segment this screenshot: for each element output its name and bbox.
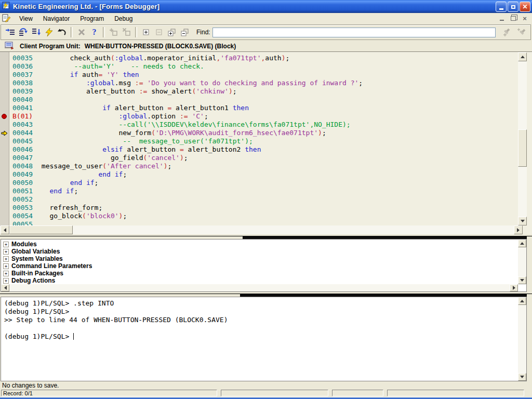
tree-item-modules[interactable]: +Modules [3,241,516,248]
line-gutter[interactable] [0,154,9,162]
code-line[interactable]: 00040 [0,96,517,104]
step-out-button[interactable] [30,26,43,38]
add-breakpoint-button[interactable] [107,26,120,38]
line-gutter[interactable] [0,204,9,212]
find-input[interactable] [212,28,496,37]
line-gutter[interactable] [0,96,9,104]
collapse-all-button[interactable] [178,26,191,38]
scroll-down-arrow[interactable] [518,373,526,381]
code-line[interactable]: 00036 --auth='Y' -- needs to check. [0,62,517,71]
source-code-pane[interactable]: 00035 check_auth(:global.moperator_initi… [0,51,532,235]
scrollbar-thumb[interactable] [9,225,73,234]
line-gutter[interactable] [0,137,9,145]
line-gutter[interactable] [0,54,9,62]
line-gutter[interactable] [0,179,9,187]
expand-button[interactable] [139,26,152,38]
minimize-button[interactable] [496,2,507,12]
menu-navigator[interactable]: Navigator [38,14,75,24]
source-horizontal-scrollbar[interactable] [1,225,523,234]
help-button[interactable]: ? [88,26,101,38]
scroll-right-arrow[interactable] [510,284,518,291]
reset-button[interactable] [56,26,69,38]
line-gutter[interactable] [0,187,9,195]
go-button[interactable] [43,26,56,38]
code-line[interactable]: 00035 check_auth(:global.moperator_initi… [0,54,517,62]
find-next-icon[interactable] [500,26,513,38]
code-line[interactable]: 00052 [0,195,517,204]
tree-item-global-variables[interactable]: +Global Variables [3,248,516,255]
line-gutter[interactable] [0,104,9,112]
remove-breakpoint-button[interactable] [120,26,133,38]
tree-item-command-line-parameters[interactable]: +Command Line Parameters [3,262,516,270]
collapse-button[interactable] [152,26,165,38]
code-line[interactable]: 00039 alert_button := show_alert('chkinw… [0,87,517,96]
tree-item-label[interactable]: Command Line Parameters [11,262,92,270]
debug-console-pane[interactable]: (debug 1)PL/SQL> .step INTO(debug 1)PL/S… [1,297,527,381]
line-gutter[interactable] [0,129,9,137]
mdi-close-button[interactable]: × [521,15,529,22]
console-vertical-scrollbar[interactable] [518,297,526,381]
code-line[interactable]: 00045 -- message_to_user('fa071tpt'); [0,137,517,145]
scroll-left-arrow[interactable] [1,284,9,291]
code-line[interactable]: B(01) :global.option := 'C'; [0,112,517,121]
line-gutter[interactable] [0,62,9,71]
line-gutter[interactable] [0,71,9,79]
expand-plus-icon[interactable]: + [3,242,9,247]
tree-vertical-scrollbar[interactable] [518,240,526,284]
document-pencil-icon[interactable] [2,14,11,24]
splitter-handle[interactable] [0,292,532,297]
line-gutter[interactable] [0,87,9,96]
tree-item-system-variables[interactable]: +System Variables [3,255,516,262]
source-vertical-scrollbar[interactable] [518,52,527,225]
mdi-restore-button[interactable] [509,15,517,22]
navigator-tree-pane[interactable]: +Modules+Global Variables+System Variabl… [1,239,527,292]
scroll-up-arrow[interactable] [518,240,526,247]
code-line[interactable]: 00048 message_to_user('After cancel'); [0,162,517,170]
splitter-handle[interactable] [0,234,532,239]
scroll-left-arrow[interactable] [1,225,9,234]
tree-item-label[interactable]: Built-in Packages [11,270,63,277]
code-line[interactable]: 00051 end if; [0,187,517,195]
scroll-down-arrow[interactable] [518,276,526,284]
code-line[interactable]: 00038 :global.msg := 'Do you want to do … [0,79,517,87]
scrollbar-thumb[interactable] [518,129,527,167]
tree-item-label[interactable]: Debug Actions [11,277,55,284]
close-button[interactable]: ✕ [520,2,530,12]
mdi-minimize-button[interactable] [498,15,506,22]
menu-view[interactable]: View [14,14,38,24]
line-gutter[interactable] [0,121,9,129]
menu-debug[interactable]: Debug [109,14,138,24]
tree-item-label[interactable]: System Variables [11,255,63,262]
code-line[interactable]: 00050 end if; [0,179,517,187]
scroll-up-arrow[interactable] [518,52,527,61]
menu-program[interactable]: Program [75,14,109,24]
line-gutter[interactable] [0,170,9,179]
expand-plus-icon[interactable]: + [3,278,9,284]
expand-plus-icon[interactable]: + [3,249,9,255]
code-line[interactable]: 00046 elsif alert_button = alert_button2… [0,145,517,154]
code-line[interactable]: 00049 end if; [0,170,517,179]
line-gutter[interactable] [0,145,9,154]
code-line[interactable]: 00054 go_block('block0'); [0,212,517,220]
tree-item-built-in-packages[interactable]: +Built-in Packages [3,270,516,277]
expand-all-button[interactable] [165,26,178,38]
code-line[interactable]: 00044 new_form('D:\PMG\WORK\audit_form6_… [0,129,517,137]
scroll-down-arrow[interactable] [518,217,527,225]
code-line[interactable]: 00053 refresh_form; [0,204,517,212]
delete-button[interactable] [75,26,88,38]
tree-horizontal-scrollbar[interactable] [1,284,518,291]
find-all-icon[interactable] [515,26,528,38]
restore-button[interactable] [508,2,518,12]
tree-item-debug-actions[interactable]: +Debug Actions [3,277,516,284]
line-gutter[interactable] [0,79,9,87]
expand-plus-icon[interactable]: + [3,263,9,269]
code-line[interactable]: 00043 --call('\\ISDDEV\keldev\finance\fo… [0,121,517,129]
scroll-up-arrow[interactable] [518,297,526,305]
step-into-button[interactable] [4,26,17,38]
tree-item-label[interactable]: Global Variables [11,248,60,255]
line-gutter[interactable] [0,195,9,204]
line-gutter[interactable] [0,162,9,170]
code-line[interactable]: 00047 go_field('cancel'); [0,154,517,162]
code-line[interactable]: 00041 if alert_button = alert_button1 th… [0,104,517,112]
step-over-button[interactable] [17,26,30,38]
